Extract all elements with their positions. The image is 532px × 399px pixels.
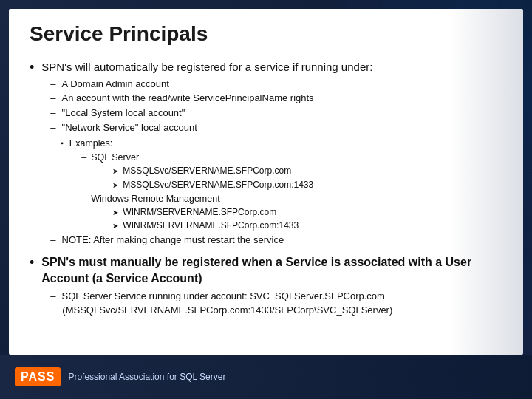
sub-item-svc-detail: (MSSQLSvc/SERVERNAME.SFPCorp.com:1433/SF…	[62, 304, 502, 318]
sql-item-2: ➤ MSSQLSvc/SERVERNAME.SFPCorp.com:1433	[112, 179, 372, 191]
bullet-2-text: SPN's must manually be registered when a…	[41, 256, 471, 284]
slide-content-area: Service Principals • SPN's will automati…	[9, 9, 523, 355]
sub-item-readwrite: – An account with the read/write Service…	[50, 92, 372, 106]
footer: PASS Professional Association for SQL Se…	[0, 355, 532, 399]
bullet-2: • SPN's must manually be registered when…	[30, 254, 502, 318]
winrm-item-1: ➤ WINRM/SERVERNAME.SFPCorp.com	[112, 206, 372, 219]
sub-list-2: – SQL Server Service running under accou…	[50, 290, 502, 318]
sub-item-domain-admin: – A Domain Admin account	[50, 78, 372, 92]
local-system-text: Local System	[65, 107, 123, 118]
winrm-items: ➤ WINRM/SERVERNAME.SFPCorp.com ➤ WINRM/S…	[112, 206, 372, 233]
slide-body: • SPN's will automatically be registered…	[9, 55, 523, 332]
slide-title: Service Principals	[9, 9, 523, 55]
sub-item-network-service: – "Network Service" local account	[50, 121, 372, 135]
sql-server-section: – SQL Server ➤ MSSQLSvc/SERVERNAME.SFPCo…	[81, 151, 372, 191]
bullet-dot-2: •	[30, 253, 34, 272]
sub-item-svc: – SQL Server Service running under accou…	[50, 290, 502, 304]
sub-list-1: – A Domain Admin account – An account wi…	[50, 78, 372, 248]
pass-tagline: Professional Association for SQL Server	[68, 372, 225, 382]
examples-header: ▪ Examples:	[61, 137, 372, 150]
bullet-1: • SPN's will automatically be registered…	[30, 59, 502, 248]
sql-server-items: ➤ MSSQLSvc/SERVERNAME.SFPCorp.com ➤ MSSQ…	[112, 165, 372, 191]
pass-badge: PASS	[15, 367, 61, 386]
bullet-dot-1: •	[30, 58, 34, 77]
winrm-section: – Windows Remote Management ➤ WINRM/SERV…	[81, 192, 372, 233]
winrm-item-2: ➤ WINRM/SERVERNAME.SFPCorp.com:1433	[112, 219, 372, 232]
note-item: – NOTE: After making change must restart…	[50, 233, 372, 248]
pass-logo: PASS Professional Association for SQL Se…	[15, 367, 225, 386]
sub-item-local-system: – "Local System local account"	[50, 106, 372, 120]
automatically-text: automatically	[94, 61, 159, 73]
sql-server-header: – SQL Server	[81, 151, 372, 164]
manually-text: manually	[110, 256, 161, 268]
winrm-header: – Windows Remote Management	[81, 192, 372, 205]
examples-section: ▪ Examples: – SQL Server ➤	[61, 137, 372, 233]
restart-service-text: must restart the service	[184, 234, 284, 245]
sql-item-1: ➤ MSSQLSvc/SERVERNAME.SFPCorp.com	[112, 165, 372, 177]
domain-admin-text: Domain Admin account	[70, 78, 169, 89]
bullet-1-text: SPN's will automatically be registered f…	[41, 61, 372, 73]
